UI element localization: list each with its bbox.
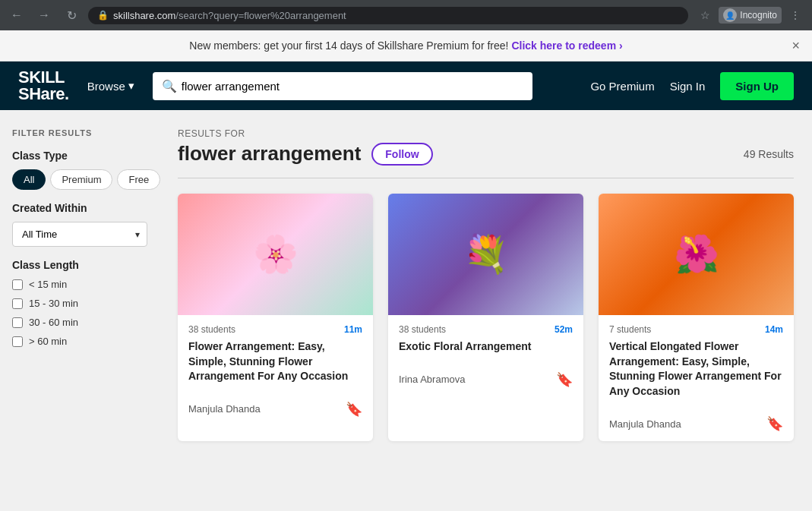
- course-card-2[interactable]: 💐 38 students 52m Exotic Floral Arrangem…: [388, 194, 583, 441]
- course-card-3[interactable]: 🌺 7 students 14m Vertical Elongated Flow…: [599, 194, 794, 441]
- cards-grid: 🌸 38 students 11m Flower Arrangement: Ea…: [178, 194, 794, 441]
- results-divider: [178, 178, 794, 178]
- class-length-title: Class Length: [12, 259, 147, 271]
- incognito-icon: 👤: [723, 8, 737, 22]
- results-query: flower arrangement: [178, 142, 361, 166]
- card-title-1: Flower Arrangement: Easy, Simple, Stunni…: [188, 339, 362, 384]
- card-thumbnail-2: 💐: [388, 194, 583, 315]
- created-within-select-wrapper: All Time Past Week Past Month Past Year …: [12, 222, 147, 247]
- card-body-2: 38 students 52m Exotic Floral Arrangemen…: [388, 315, 583, 371]
- site-header: SKILL SHare. Browse ▾ 🔍 Go Premium Sign …: [0, 62, 812, 110]
- results-area: RESULTS FOR flower arrangement Follow 49…: [160, 110, 812, 511]
- card-footer-2: Irina Abramova 🔖: [388, 371, 583, 397]
- card-title-2: Exotic Floral Arrangement: [399, 339, 573, 355]
- url-display: skillshare.com/search?query=flower%20arr…: [113, 10, 346, 21]
- promo-link[interactable]: Click here to redeem ›: [511, 39, 622, 52]
- card-meta-3: 7 students 14m: [609, 324, 783, 335]
- created-within-title: Created Within: [12, 202, 147, 214]
- class-length-30-60-checkbox[interactable]: [12, 317, 23, 328]
- incognito-label: Incognito: [740, 10, 777, 21]
- browser-chrome: ← → ↻ 🔒 skillshare.com/search?query=flow…: [0, 0, 812, 30]
- class-type-title: Class Type: [12, 150, 147, 162]
- search-icon: 🔍: [162, 79, 177, 93]
- card-duration-2: 52m: [554, 324, 573, 335]
- sign-up-button[interactable]: Sign Up: [720, 72, 794, 100]
- bookmark-star-button[interactable]: ☆: [694, 5, 716, 26]
- card-students-1: 38 students: [188, 324, 235, 335]
- promo-banner: New members: get your first 14 days of S…: [0, 30, 812, 62]
- card-footer-1: Manjula Dhanda 🔖: [178, 401, 373, 427]
- main-container: FILTER RESULTS Class Type All Premium Fr…: [0, 110, 812, 511]
- bookmark-icon-1[interactable]: 🔖: [346, 401, 362, 418]
- card-body-3: 7 students 14m Vertical Elongated Flower…: [599, 315, 794, 415]
- follow-button[interactable]: Follow: [371, 143, 432, 166]
- logo: SKILL SHare.: [18, 69, 69, 103]
- filter-results-title: FILTER RESULTS: [12, 128, 147, 137]
- card-author-3: Manjula Dhanda: [609, 418, 681, 430]
- card-meta-1: 38 students 11m: [188, 324, 362, 335]
- back-button[interactable]: ←: [6, 5, 27, 26]
- browser-actions: ☆ 👤 Incognito ⋮: [694, 5, 806, 26]
- card-duration-3: 14m: [765, 324, 783, 335]
- promo-close-button[interactable]: ×: [791, 38, 800, 54]
- card-author-2: Irina Abramova: [399, 374, 465, 385]
- results-title-row: flower arrangement Follow 49 Results: [178, 142, 794, 166]
- address-bar[interactable]: 🔒 skillshare.com/search?query=flower%20a…: [88, 7, 688, 24]
- class-length-checkboxes: < 15 min 15 - 30 min 30 - 60 min > 60 mi…: [12, 279, 147, 347]
- card-thumbnail-3: 🌺: [599, 194, 794, 315]
- browse-button[interactable]: Browse ▾: [87, 79, 134, 93]
- card-title-3: Vertical Elongated Flower Arrangement: E…: [609, 339, 783, 399]
- sign-in-button[interactable]: Sign In: [670, 80, 706, 93]
- card-thumbnail-1: 🌸: [178, 194, 373, 315]
- promo-text: New members: get your first 14 days of S…: [189, 39, 508, 52]
- search-bar: 🔍: [153, 72, 532, 100]
- chevron-down-icon: ▾: [128, 79, 134, 93]
- class-length-15-30-checkbox[interactable]: [12, 298, 23, 309]
- results-count: 49 Results: [744, 148, 794, 160]
- card-students-3: 7 students: [609, 324, 651, 335]
- results-header: RESULTS FOR flower arrangement Follow 49…: [178, 128, 794, 166]
- search-input[interactable]: [153, 72, 532, 100]
- promo-arrow: ›: [619, 39, 623, 52]
- created-within-select[interactable]: All Time Past Week Past Month Past Year: [12, 222, 147, 247]
- class-length-15-30[interactable]: 15 - 30 min: [12, 298, 147, 309]
- card-duration-1: 11m: [344, 324, 362, 335]
- card-students-2: 38 students: [399, 324, 446, 335]
- class-length-under-15-checkbox[interactable]: [12, 279, 23, 290]
- more-options-button[interactable]: ⋮: [785, 5, 806, 26]
- card-body-1: 38 students 11m Flower Arrangement: Easy…: [178, 315, 373, 401]
- class-type-free-button[interactable]: Free: [117, 169, 160, 190]
- class-length-over-60[interactable]: > 60 min: [12, 336, 147, 347]
- class-length-over-60-checkbox[interactable]: [12, 336, 23, 347]
- course-card-1[interactable]: 🌸 38 students 11m Flower Arrangement: Ea…: [178, 194, 373, 441]
- card-meta-2: 38 students 52m: [399, 324, 573, 335]
- header-actions: Go Premium Sign In Sign Up: [590, 72, 794, 100]
- class-type-all-button[interactable]: All: [12, 169, 46, 190]
- forward-button[interactable]: →: [33, 5, 55, 26]
- refresh-button[interactable]: ↻: [61, 5, 82, 26]
- incognito-badge: 👤 Incognito: [719, 7, 782, 24]
- class-length-30-60[interactable]: 30 - 60 min: [12, 317, 147, 328]
- bookmark-icon-2[interactable]: 🔖: [556, 371, 573, 388]
- lock-icon: 🔒: [97, 10, 109, 21]
- bookmark-icon-3[interactable]: 🔖: [766, 415, 783, 432]
- go-premium-button[interactable]: Go Premium: [590, 80, 654, 93]
- results-for-label: RESULTS FOR: [178, 128, 794, 139]
- class-type-premium-button[interactable]: Premium: [50, 169, 112, 190]
- results-title-left: flower arrangement Follow: [178, 142, 433, 166]
- class-length-under-15[interactable]: < 15 min: [12, 279, 147, 290]
- class-type-buttons: All Premium Free: [12, 169, 147, 190]
- card-footer-3: Manjula Dhanda 🔖: [599, 415, 794, 441]
- sidebar: FILTER RESULTS Class Type All Premium Fr…: [0, 110, 160, 511]
- card-author-1: Manjula Dhanda: [188, 403, 261, 415]
